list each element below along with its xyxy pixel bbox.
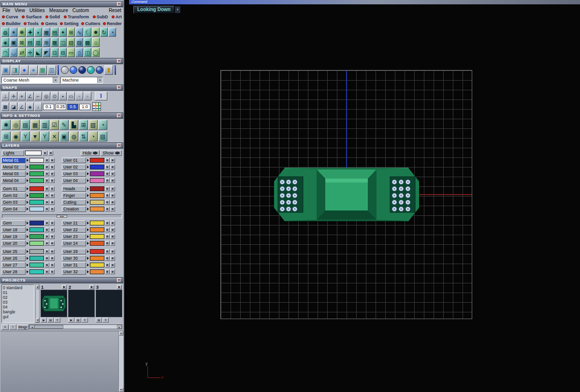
info-tool-icon[interactable]: ▙ [69, 120, 78, 130]
layer-lock-button[interactable] [50, 227, 55, 232]
layer-name-button[interactable]: User 24 [62, 240, 86, 246]
expand-triangle-icon[interactable] [27, 270, 29, 273]
scroll-right-icon[interactable]: ► [117, 325, 122, 329]
menu-item[interactable]: Measure [49, 8, 68, 13]
tool-icon[interactable]: ✶ [10, 28, 17, 37]
snap-value-field[interactable]: 0.25 [55, 104, 66, 110]
layer-name-button[interactable]: User 32 [62, 269, 86, 275]
layer-color-swatch[interactable] [29, 241, 44, 246]
tool-icon[interactable]: ✚ [26, 28, 34, 37]
category-tab[interactable]: Solid [45, 14, 60, 19]
layer-color-swatch[interactable] [29, 186, 44, 191]
tool-icon[interactable]: ↻ [100, 28, 108, 37]
tool-icon[interactable]: ◗ [34, 28, 42, 37]
category-tab[interactable]: Builder [2, 21, 21, 26]
expand-triangle-icon[interactable] [27, 208, 29, 210]
layer-color-swatch[interactable] [90, 165, 104, 169]
expand-triangle-icon[interactable] [27, 242, 29, 245]
layer-name-button[interactable]: Creation [62, 206, 86, 212]
close-icon[interactable]: ✕ [117, 85, 121, 90]
slot-play-icon[interactable]: ▶ [62, 285, 67, 289]
layer-option-button[interactable] [44, 249, 49, 254]
tool-icon[interactable]: ◈ [1, 38, 9, 47]
snap-icon[interactable]: ⊥ [1, 92, 9, 100]
view-name-button[interactable]: Looking Down [133, 6, 174, 14]
layer-option-button[interactable] [105, 249, 110, 254]
layer-color-swatch[interactable] [29, 256, 44, 261]
scroll-right-icon[interactable]: ► [62, 215, 64, 218]
layer-lock-button[interactable] [50, 165, 55, 169]
close-icon[interactable]: ✕ [117, 113, 121, 118]
show-button[interactable]: Show [101, 150, 122, 156]
lights-color-swatch[interactable] [25, 151, 42, 155]
expand-triangle-icon[interactable] [87, 242, 89, 245]
layer-option-button[interactable] [105, 171, 110, 176]
info-tool-icon[interactable]: Y [21, 131, 30, 141]
close-icon[interactable]: ✕ [117, 59, 121, 63]
layer-lock-button[interactable] [50, 207, 55, 211]
tool-icon[interactable]: ∿ [75, 28, 83, 37]
expand-triangle-icon[interactable] [87, 179, 89, 182]
project-thumbnail-empty[interactable] [96, 290, 122, 317]
tool-icon[interactable]: ▨ [75, 38, 83, 47]
layer-name-button[interactable]: Finger [62, 193, 86, 198]
info-tool-icon[interactable]: ▤ [98, 131, 107, 141]
expand-triangle-icon[interactable] [27, 235, 29, 238]
display-mode-icon[interactable]: ● [29, 65, 38, 75]
layer-lock-button[interactable] [110, 234, 115, 239]
layer-color-swatch[interactable] [29, 234, 44, 239]
layer-color-swatch[interactable] [90, 234, 104, 239]
layer-color-swatch[interactable] [29, 269, 44, 274]
expand-triangle-icon[interactable] [87, 270, 89, 273]
info-tool-icon[interactable]: ▧ [88, 120, 98, 130]
expand-triangle-icon[interactable] [27, 264, 29, 266]
expand-triangle-icon[interactable] [87, 187, 89, 190]
expand-triangle-icon[interactable] [87, 222, 89, 224]
machine-select[interactable]: Machine ▾ [60, 77, 103, 84]
tool-icon[interactable]: ◫ [84, 48, 91, 57]
close-icon[interactable]: ✕ [117, 278, 121, 282]
expand-triangle-icon[interactable] [87, 264, 89, 266]
layer-option-button[interactable] [44, 207, 49, 211]
layer-lock-button[interactable] [50, 241, 55, 246]
slot-save-button[interactable]: ▤ [75, 318, 81, 322]
info-tool-icon[interactable]: ✎ [59, 120, 69, 130]
layer-name-button[interactable]: User 21 [62, 220, 86, 226]
snap-value-field[interactable]: 0.1 [43, 104, 54, 110]
layer-lock-button[interactable] [110, 158, 115, 163]
grid-settings-icon[interactable] [92, 102, 101, 111]
menu-item[interactable]: View [14, 8, 25, 13]
tool-icon[interactable]: ✹ [92, 28, 100, 37]
layer-lock-button[interactable] [50, 221, 55, 225]
layer-color-swatch[interactable] [90, 200, 104, 205]
snap-icon[interactable]: ▩ [1, 102, 9, 111]
layer-option-button[interactable] [44, 165, 49, 169]
snap-icon[interactable]: ⌖ [18, 92, 26, 100]
layer-name-button[interactable]: User 01 [62, 157, 86, 163]
reset-menu-item[interactable]: Reset [109, 8, 121, 13]
3d-viewport[interactable]: Command Looking Down ▼ y x [126, 0, 580, 392]
layer-name-button[interactable]: Gem 04 [1, 206, 26, 212]
slot-save-button[interactable]: ▤ [47, 318, 54, 322]
info-tool-icon[interactable]: ⊞ [1, 131, 11, 141]
chevron-down-icon[interactable]: ▾ [97, 77, 102, 83]
info-tool-icon[interactable]: ⇅ [79, 131, 88, 141]
layer-color-swatch[interactable] [90, 171, 104, 176]
layer-name-button[interactable]: User 03 [62, 171, 86, 177]
tool-icon[interactable]: ◤ [43, 48, 50, 57]
layer-option-button[interactable] [105, 241, 110, 246]
layer-option-button[interactable] [105, 263, 110, 267]
snap-icon[interactable]: ▭ [67, 92, 75, 100]
render-mode-icon[interactable]: ▮ [104, 65, 113, 75]
layer-lock-button[interactable] [110, 269, 115, 274]
layer-color-swatch[interactable] [29, 263, 44, 267]
layer-name-button[interactable]: Metal 02 [1, 164, 26, 170]
layer-name-button[interactable]: User 23 [62, 234, 86, 239]
tool-icon[interactable]: ⊠ [18, 38, 26, 47]
display-mode-icon[interactable]: ◨ [11, 65, 19, 75]
tool-icon[interactable]: ▯ [75, 48, 83, 57]
expand-triangle-icon[interactable] [27, 187, 29, 190]
display-mode-icon[interactable]: ▣ [1, 65, 10, 75]
layer-lock-button[interactable] [110, 171, 115, 176]
expand-triangle-icon[interactable] [27, 201, 29, 204]
